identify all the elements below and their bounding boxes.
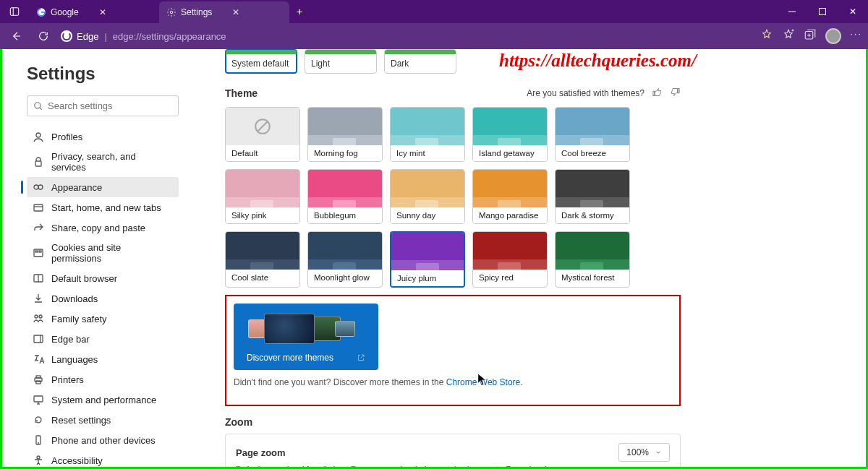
profile-icon <box>33 131 44 142</box>
theme-heading: Theme <box>225 87 258 99</box>
sidebar-item-privacy-search-and-services[interactable]: Privacy, search, and services <box>27 147 179 177</box>
close-icon[interactable]: ✕ <box>232 7 239 17</box>
tab-google[interactable]: Google ✕ <box>29 1 159 23</box>
svg-rect-21 <box>39 251 41 252</box>
mouse-cursor-icon <box>477 373 488 388</box>
close-window-button[interactable]: ✕ <box>838 0 868 23</box>
theme-icy-mint[interactable]: Icy mint <box>390 107 465 162</box>
sidebar-item-label: Reset settings <box>51 415 111 426</box>
sidebar-item-appearance[interactable]: Appearance <box>27 177 179 197</box>
url-path: edge://settings/appearance <box>113 31 226 42</box>
a11y-icon <box>33 455 44 466</box>
svg-rect-20 <box>35 251 38 252</box>
theme-morning-fog[interactable]: Morning fog <box>307 107 383 162</box>
theme-mango-paradise[interactable]: Mango paradise <box>472 169 548 224</box>
theme-silky-pink[interactable]: Silky pink <box>225 169 300 224</box>
maximize-button[interactable] <box>807 0 838 23</box>
external-link-icon <box>357 353 365 362</box>
search-icon <box>33 101 43 111</box>
sidebar-item-languages[interactable]: Languages <box>27 349 179 369</box>
back-button[interactable] <box>6 26 26 46</box>
sidebar-item-share-copy-and-paste[interactable]: Share, copy and paste <box>27 218 179 238</box>
theme-default[interactable]: Default <box>225 107 300 162</box>
theme-preview <box>473 232 547 270</box>
sidebar-item-label: Privacy, search, and services <box>51 151 173 173</box>
sidebar-item-label: Profiles <box>51 132 82 142</box>
sidebar-item-phone-and-other-devices[interactable]: Phone and other devices <box>27 430 179 450</box>
theme-dark-stormy[interactable]: Dark & stormy <box>555 169 630 224</box>
theme-sunny-day[interactable]: Sunny day <box>390 169 465 224</box>
theme-cool-breeze[interactable]: Cool breeze <box>555 107 630 162</box>
tab-settings[interactable]: Settings ✕ <box>159 1 289 23</box>
feedback-text: Are you satisfied with themes? <box>527 88 644 98</box>
theme-preview <box>308 108 382 145</box>
sidebar-item-system-and-performance[interactable]: System and performance <box>27 390 179 410</box>
more-menu-icon[interactable]: ··· <box>850 28 862 44</box>
theme-spicy-red[interactable]: Spicy red <box>472 231 548 288</box>
sidebar-item-reset-settings[interactable]: Reset settings <box>27 410 179 430</box>
sidebar-item-label: Family safety <box>51 314 107 324</box>
watermark-text: https://alltechqueries.com/ <box>499 51 697 71</box>
theme-preview <box>308 170 382 207</box>
look-label: Dark <box>391 59 409 69</box>
google-favicon-icon <box>36 7 46 17</box>
window-controls: ✕ <box>777 0 868 23</box>
sidebar-item-downloads[interactable]: Downloads <box>27 288 179 309</box>
thumbs-down-icon[interactable] <box>670 87 681 100</box>
theme-label: Bubblegum <box>308 207 382 223</box>
download-icon <box>33 293 44 304</box>
theme-label: Mango paradise <box>473 207 547 223</box>
look-option-system-default[interactable]: System default <box>225 49 297 74</box>
sidebar-item-start-home-and-new-tabs[interactable]: Start, home, and new tabs <box>27 197 179 218</box>
new-tab-button[interactable]: + <box>289 0 310 23</box>
svg-point-13 <box>36 133 41 137</box>
theme-bubblegum[interactable]: Bubblegum <box>307 169 383 224</box>
search-settings[interactable] <box>27 95 179 116</box>
thumbs-up-icon[interactable] <box>652 87 663 100</box>
swatch-icon <box>385 50 456 54</box>
zoom-levels-link[interactable]: Zoom levels <box>506 465 550 467</box>
search-input[interactable] <box>48 100 172 111</box>
sidebar-item-printers[interactable]: Printers <box>27 369 179 390</box>
theme-juicy-plum[interactable]: Juicy plum <box>390 231 465 288</box>
sidebar-item-label: Start, home, and new tabs <box>51 202 161 213</box>
sidebar-item-edge-bar[interactable]: Edge bar <box>27 329 179 349</box>
theme-moonlight-glow[interactable]: Moonlight glow <box>307 231 383 288</box>
favorites-icon[interactable] <box>782 28 795 44</box>
profile-avatar[interactable] <box>825 28 841 44</box>
sidebar-item-profiles[interactable]: Profiles <box>27 126 179 147</box>
sidebar-item-default-browser[interactable]: Default browser <box>27 268 179 288</box>
svg-line-39 <box>258 122 268 132</box>
minimize-button[interactable] <box>777 0 807 23</box>
toolbar-right: ··· <box>760 28 862 44</box>
url-separator: | <box>104 31 106 42</box>
theme-mystical-forest[interactable]: Mystical forest <box>555 231 630 288</box>
discover-more-themes-button[interactable]: Discover more themes <box>234 304 378 370</box>
collections-icon[interactable] <box>804 28 817 44</box>
sidebar-item-family-safety[interactable]: Family safety <box>27 309 179 329</box>
zoom-card: Page zoom 100% Default zoom level for al… <box>225 434 681 467</box>
sidebar-item-accessibility[interactable]: Accessibility <box>27 450 179 469</box>
themes-grid: DefaultMorning fogIcy mintIsland getaway… <box>225 107 681 288</box>
close-icon[interactable]: ✕ <box>99 7 106 17</box>
sidebar-item-label: Cookies and site permissions <box>51 242 173 264</box>
tab-actions-button[interactable] <box>0 0 29 23</box>
theme-preview <box>308 232 382 270</box>
url-field[interactable]: Edge | edge://settings/appearance <box>61 30 753 42</box>
refresh-button[interactable] <box>33 26 54 46</box>
look-option-light[interactable]: Light <box>305 49 377 74</box>
theme-cool-slate[interactable]: Cool slate <box>225 231 300 288</box>
phone-icon <box>33 434 44 446</box>
page-zoom-select[interactable]: 100% <box>618 443 670 462</box>
edge-logo-icon <box>61 30 72 42</box>
svg-point-11 <box>35 102 41 108</box>
theme-label: Silky pink <box>226 207 299 223</box>
theme-label: Juicy plum <box>391 270 464 286</box>
theme-island-getaway[interactable]: Island getaway <box>472 107 548 162</box>
svg-point-25 <box>39 315 42 318</box>
look-option-dark[interactable]: Dark <box>384 49 456 74</box>
sidebar-item-cookies-and-site-permissions[interactable]: Cookies and site permissions <box>27 238 179 268</box>
settings-title: Settings <box>27 64 197 84</box>
theme-preview <box>391 108 464 145</box>
star-sparkle-icon[interactable] <box>760 28 773 44</box>
